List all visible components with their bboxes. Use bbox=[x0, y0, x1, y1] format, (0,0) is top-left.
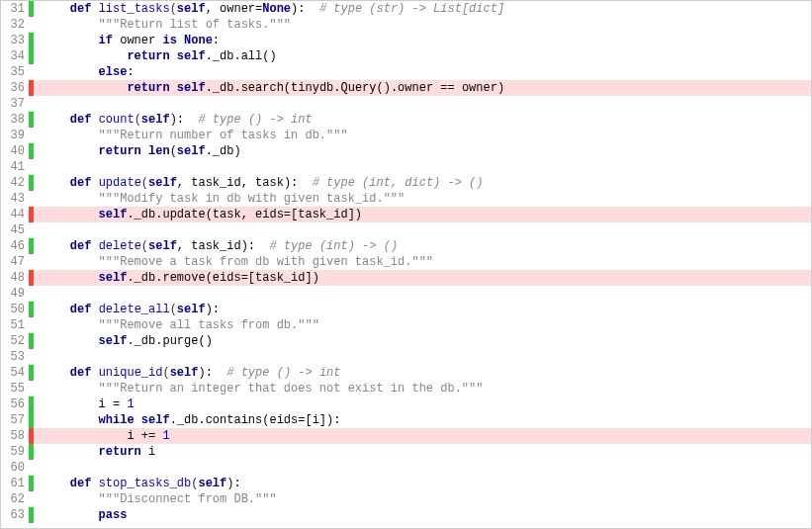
code-line[interactable]: 38 def count(self): # type () -> int bbox=[1, 112, 811, 128]
code-text: """Remove a task from db with given task… bbox=[34, 254, 811, 270]
code-text: def delete(self, task_id): # type (int) … bbox=[34, 238, 811, 254]
code-text: else: bbox=[34, 64, 811, 80]
code-text bbox=[34, 159, 811, 175]
line-number: 37 bbox=[1, 96, 29, 112]
line-number: 55 bbox=[1, 381, 29, 397]
line-number: 33 bbox=[1, 33, 29, 48]
code-line[interactable]: 55 """Return an integer that does not ex… bbox=[1, 381, 811, 397]
line-number: 34 bbox=[1, 48, 29, 64]
code-text: pass bbox=[34, 507, 811, 523]
code-line[interactable]: 45 bbox=[1, 222, 811, 238]
code-line[interactable]: 59 return i bbox=[1, 444, 811, 460]
code-text: """Disconnect from DB.""" bbox=[34, 491, 811, 507]
code-line[interactable]: 51 """Remove all tasks from db.""" bbox=[1, 317, 811, 333]
code-line[interactable]: 44 self._db.update(task, eids=[task_id]) bbox=[1, 207, 811, 222]
code-line[interactable]: 48 self._db.remove(eids=[task_id]) bbox=[1, 270, 811, 286]
line-number: 63 bbox=[1, 507, 29, 523]
code-text bbox=[34, 96, 811, 112]
code-text: def count(self): # type () -> int bbox=[34, 112, 811, 128]
code-line[interactable]: 41 bbox=[1, 159, 811, 175]
line-number: 31 bbox=[1, 1, 29, 17]
code-line[interactable]: 46 def delete(self, task_id): # type (in… bbox=[1, 238, 811, 254]
code-text bbox=[34, 460, 811, 476]
code-text: """Return an integer that does not exist… bbox=[34, 381, 811, 397]
line-number: 53 bbox=[1, 349, 29, 365]
code-line[interactable]: 43 """Modify task in db with given task_… bbox=[1, 191, 811, 207]
line-number: 36 bbox=[1, 80, 29, 96]
line-number: 46 bbox=[1, 238, 29, 254]
code-text: i += 1 bbox=[34, 428, 811, 444]
code-text: if owner is None: bbox=[34, 33, 811, 48]
line-number: 54 bbox=[1, 365, 29, 381]
code-text: i = 1 bbox=[34, 397, 811, 412]
code-text: return i bbox=[34, 444, 811, 460]
line-number: 43 bbox=[1, 191, 29, 207]
code-line[interactable]: 50 def delete_all(self): bbox=[1, 302, 811, 317]
line-number: 44 bbox=[1, 207, 29, 222]
code-text: def unique_id(self): # type () -> int bbox=[34, 365, 811, 381]
code-line[interactable]: 62 """Disconnect from DB.""" bbox=[1, 491, 811, 507]
line-number: 60 bbox=[1, 460, 29, 476]
code-text bbox=[34, 222, 811, 238]
code-line[interactable]: 57 while self._db.contains(eids=[i]): bbox=[1, 412, 811, 428]
line-number: 41 bbox=[1, 159, 29, 175]
code-text: while self._db.contains(eids=[i]): bbox=[34, 412, 811, 428]
line-number: 51 bbox=[1, 317, 29, 333]
code-line[interactable]: 60 bbox=[1, 460, 811, 476]
line-number: 39 bbox=[1, 128, 29, 143]
code-text: def stop_tasks_db(self): bbox=[34, 476, 811, 491]
line-number: 52 bbox=[1, 333, 29, 349]
code-text: self._db.remove(eids=[task_id]) bbox=[34, 270, 811, 286]
code-line[interactable]: 42 def update(self, task_id, task): # ty… bbox=[1, 175, 811, 191]
code-text: def delete_all(self): bbox=[34, 302, 811, 317]
code-line[interactable]: 34 return self._db.all() bbox=[1, 48, 811, 64]
code-line[interactable]: 35 else: bbox=[1, 64, 811, 80]
line-number: 32 bbox=[1, 17, 29, 33]
code-text: """Return number of tasks in db.""" bbox=[34, 128, 811, 143]
line-number: 61 bbox=[1, 476, 29, 491]
line-number: 58 bbox=[1, 428, 29, 444]
code-line[interactable]: 32 """Return list of tasks.""" bbox=[1, 17, 811, 33]
code-line[interactable]: 53 bbox=[1, 349, 811, 365]
code-line[interactable]: 52 self._db.purge() bbox=[1, 333, 811, 349]
code-text: """Modify task in db with given task_id.… bbox=[34, 191, 811, 207]
code-text: def update(self, task_id, task): # type … bbox=[34, 175, 811, 191]
line-number: 38 bbox=[1, 112, 29, 128]
code-line[interactable]: 37 bbox=[1, 96, 811, 112]
code-line[interactable]: 61 def stop_tasks_db(self): bbox=[1, 476, 811, 491]
code-text: """Return list of tasks.""" bbox=[34, 17, 811, 33]
code-line[interactable]: 56 i = 1 bbox=[1, 397, 811, 412]
line-number: 62 bbox=[1, 491, 29, 507]
code-text: def list_tasks(self, owner=None): # type… bbox=[34, 1, 811, 17]
line-number: 42 bbox=[1, 175, 29, 191]
code-text bbox=[34, 349, 811, 365]
code-text: self._db.purge() bbox=[34, 333, 811, 349]
code-line[interactable]: 54 def unique_id(self): # type () -> int bbox=[1, 365, 811, 381]
code-line[interactable]: 49 bbox=[1, 286, 811, 302]
line-number: 49 bbox=[1, 286, 29, 302]
code-line[interactable]: 40 return len(self._db) bbox=[1, 143, 811, 159]
line-number: 57 bbox=[1, 412, 29, 428]
code-text: return self._db.all() bbox=[34, 48, 811, 64]
line-number: 50 bbox=[1, 302, 29, 317]
code-line[interactable]: 36 return self._db.search(tinydb.Query()… bbox=[1, 80, 811, 96]
code-text bbox=[34, 286, 811, 302]
line-number: 40 bbox=[1, 143, 29, 159]
code-text: """Remove all tasks from db.""" bbox=[34, 317, 811, 333]
line-number: 48 bbox=[1, 270, 29, 286]
code-text: self._db.update(task, eids=[task_id]) bbox=[34, 207, 811, 222]
code-line[interactable]: 58 i += 1 bbox=[1, 428, 811, 444]
code-line[interactable]: 31 def list_tasks(self, owner=None): # t… bbox=[1, 1, 811, 17]
code-text: return len(self._db) bbox=[34, 143, 811, 159]
coverage-report: 31 def list_tasks(self, owner=None): # t… bbox=[1, 1, 811, 523]
code-text: return self._db.search(tinydb.Query().ow… bbox=[34, 80, 811, 96]
code-line[interactable]: 47 """Remove a task from db with given t… bbox=[1, 254, 811, 270]
line-number: 47 bbox=[1, 254, 29, 270]
code-line[interactable]: 33 if owner is None: bbox=[1, 33, 811, 48]
code-line[interactable]: 39 """Return number of tasks in db.""" bbox=[1, 128, 811, 143]
line-number: 56 bbox=[1, 397, 29, 412]
code-line[interactable]: 63 pass bbox=[1, 507, 811, 523]
line-number: 45 bbox=[1, 222, 29, 238]
line-number: 59 bbox=[1, 444, 29, 460]
line-number: 35 bbox=[1, 64, 29, 80]
